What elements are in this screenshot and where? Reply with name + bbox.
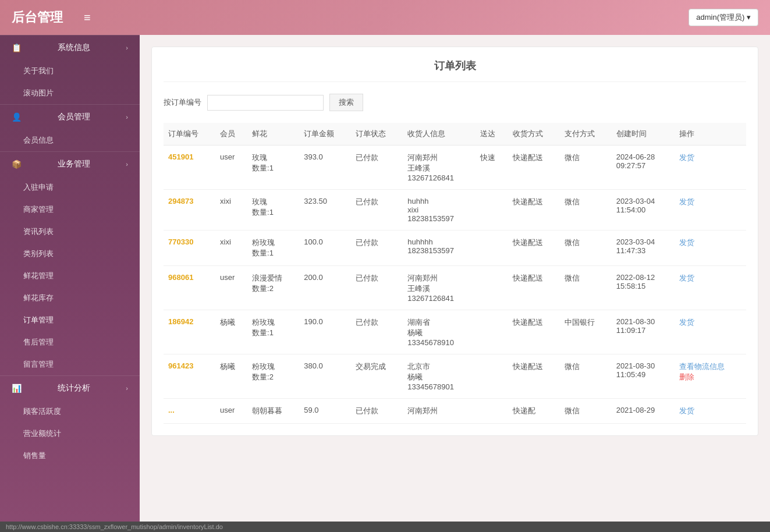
cell-actions: 发货 [675,310,746,354]
cell-delivery [476,190,508,230]
cell-member: user [215,266,247,310]
action-ship[interactable]: 发货 [679,197,694,206]
sidebar-header-system[interactable]: 📋 系统信息 › [0,36,140,60]
cell-recipient: huhhhh18238153597 [403,230,476,266]
sidebar-item-apply[interactable]: 入驻申请 [0,176,140,198]
sidebar-item-banner[interactable]: 滚动图片 [0,82,140,104]
sidebar-item-member-info[interactable]: 会员信息 [0,129,140,151]
sidebar-item-order[interactable]: 订单管理 [0,309,140,331]
table-row: 770330 xixi 粉玫瑰数量:1 100.0 已付款 huhhhh1823… [164,230,746,266]
cell-member: 杨曦 [215,354,247,399]
menu-icon[interactable]: ≡ [84,11,91,24]
th-order-id: 订单编号 [164,123,215,146]
chevron-icon-stats: › [126,385,128,392]
th-member: 会员 [215,123,247,146]
cell-receive-method: 快递配送 [508,146,560,190]
table-row: 968061 user 浪漫爱情数量:2 200.0 已付款 河南郑州王峰溪13… [164,266,746,310]
cell-amount: 59.0 [299,399,351,424]
cell-delivery [476,230,508,266]
cell-order-id[interactable]: ... [164,399,215,424]
cell-actions: 发货 [675,190,746,230]
cell-delivery [476,266,508,310]
chevron-icon-business: › [126,161,128,168]
table-row: ... user 朝朝暮暮 59.0 已付款 河南郑州 快递配 微信 2021-… [164,399,746,424]
sidebar-item-sales[interactable]: 销售量 [0,445,140,467]
action-ship[interactable]: 发货 [679,406,694,415]
cell-payment: 微信 [560,266,612,310]
cell-created-time: 2024-06-2809:27:57 [612,146,675,190]
cell-status: 交易完成 [351,354,403,399]
sidebar-section-system: 📋 系统信息 › 关于我们 滚动图片 [0,35,140,104]
status-bar: http://www.csbishe.cn:33333/ssm_zxflower… [0,522,770,532]
sidebar-item-news[interactable]: 资讯列表 [0,221,140,243]
cell-order-id[interactable]: 294873 [164,190,215,230]
app-title: 后台管理 [12,9,63,26]
search-input[interactable] [207,95,324,111]
action-ship[interactable]: 发货 [679,318,694,327]
cell-order-id[interactable]: 961423 [164,354,215,399]
sidebar-header-stats[interactable]: 📊 统计分析 › [0,376,140,400]
cell-amount: 200.0 [299,266,351,310]
sidebar-section-business: 📦 业务管理 › 入驻申请 商家管理 资讯列表 类别列表 鲜花管理 鲜花库存 订… [0,151,140,375]
sidebar-item-about[interactable]: 关于我们 [0,60,140,82]
stats-icon: 📊 [12,384,22,393]
cell-recipient: 河南郑州王峰溪13267126841 [403,266,476,310]
user-menu-button[interactable]: admin(管理员) ▾ [689,9,758,26]
sidebar-item-message[interactable]: 留言管理 [0,353,140,375]
action-ship[interactable]: 查看物流信息 [679,362,725,371]
content-card: 订单列表 按订单编号 搜索 订单编号 会员 鲜花 订单金额 订单状态 收货人信息 [151,47,758,436]
cell-status: 已付款 [351,266,403,310]
cell-payment: 微信 [560,146,612,190]
status-url: http://www.csbishe.cn:33333/ssm_zxflower… [6,523,223,530]
cell-status: 已付款 [351,310,403,354]
action-ship[interactable]: 发货 [679,238,694,247]
sidebar-item-customer-activity[interactable]: 顾客活跃度 [0,400,140,423]
cell-flower: 玫瑰数量:1 [247,190,299,230]
sidebar-item-flower[interactable]: 鲜花管理 [0,265,140,287]
cell-amount: 393.0 [299,146,351,190]
page-title: 订单列表 [164,59,746,82]
cell-member: 杨曦 [215,310,247,354]
th-delivery: 送达 [476,123,508,146]
main-content: 订单列表 按订单编号 搜索 订单编号 会员 鲜花 订单金额 订单状态 收货人信息 [140,35,770,522]
cell-delivery: 快速 [476,146,508,190]
cell-flower: 粉玫瑰数量:1 [247,230,299,266]
cell-delivery [476,399,508,424]
sidebar-item-category[interactable]: 类别列表 [0,243,140,265]
sidebar-business-label: 业务管理 [58,159,90,169]
cell-delivery [476,354,508,399]
cell-actions: 查看物流信息删除 [675,354,746,399]
business-icon: 📦 [12,159,22,169]
cell-order-id[interactable]: 451901 [164,146,215,190]
sidebar-item-flower-stock[interactable]: 鲜花库存 [0,287,140,309]
cell-order-id[interactable]: 968061 [164,266,215,310]
header: 后台管理 ≡ admin(管理员) ▾ [0,0,770,35]
sidebar-header-business[interactable]: 📦 业务管理 › [0,152,140,176]
sidebar-section-member: 👤 会员管理 › 会员信息 [0,104,140,151]
sidebar-item-aftersale[interactable]: 售后管理 [0,331,140,353]
cell-created-time: 2021-08-29 [612,399,675,424]
member-icon: 👤 [12,112,22,122]
cell-amount: 323.50 [299,190,351,230]
cell-recipient: huhhhxixi18238153597 [403,190,476,230]
sidebar-header-member[interactable]: 👤 会员管理 › [0,105,140,129]
search-label: 按订单编号 [164,97,201,108]
action-delete[interactable]: 删除 [679,373,694,381]
cell-order-id[interactable]: 186942 [164,310,215,354]
cell-status: 已付款 [351,399,403,424]
th-payment: 支付方式 [560,123,612,146]
cell-payment: 中国银行 [560,310,612,354]
cell-flower: 粉玫瑰数量:1 [247,310,299,354]
th-receive-method: 收货方式 [508,123,560,146]
sidebar-item-merchant[interactable]: 商家管理 [0,198,140,221]
cell-flower: 粉玫瑰数量:2 [247,354,299,399]
cell-created-time: 2023-03-0411:47:33 [612,230,675,266]
cell-recipient: 河南郑州王峰溪13267126841 [403,146,476,190]
action-ship[interactable]: 发货 [679,153,694,162]
search-button[interactable]: 搜索 [329,94,363,111]
sidebar-item-revenue[interactable]: 营业额统计 [0,423,140,445]
action-ship[interactable]: 发货 [679,274,694,282]
cell-member: xixi [215,190,247,230]
cell-order-id[interactable]: 770330 [164,230,215,266]
cell-amount: 190.0 [299,310,351,354]
